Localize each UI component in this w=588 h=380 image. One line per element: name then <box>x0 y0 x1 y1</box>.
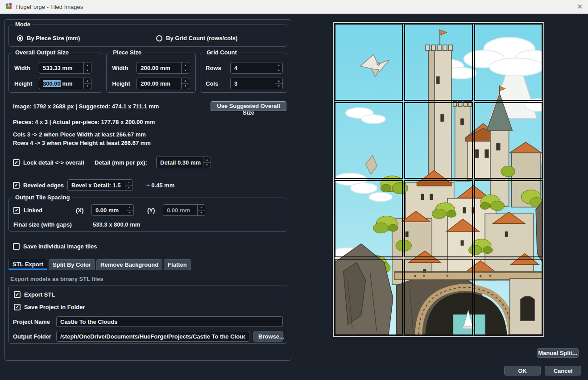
lock-detail-row: Lock detail <-> overall Detail (mm per p… <box>13 157 287 168</box>
lock-detail-checkbox[interactable]: Lock detail <-> overall <box>13 159 95 166</box>
overall-height-spinbox[interactable]: 800.00 mm ▲ ▼ <box>39 78 91 89</box>
image-preview <box>334 23 543 336</box>
ok-button[interactable]: OK <box>504 366 541 376</box>
tile-cell[interactable] <box>474 102 542 179</box>
overall-width-row: Width 533.33 mm ▲ ▼ <box>13 62 98 74</box>
grid-cols-spinbox[interactable]: 3 ▲ ▼ <box>230 78 283 89</box>
tile-cell[interactable] <box>335 259 403 336</box>
tab-remove-background[interactable]: Remove Background <box>96 259 162 270</box>
manual-split-button[interactable]: Manual Split... <box>537 348 579 358</box>
tile-cell[interactable] <box>404 180 472 257</box>
tab-split-by-color[interactable]: Split By Color <box>49 259 95 270</box>
radio-by-grid-count[interactable]: By Grid Count (rows/cols) <box>156 35 237 41</box>
checkbox-checked-icon <box>13 159 20 166</box>
tile-cell[interactable] <box>474 24 542 101</box>
tile-cell[interactable] <box>474 180 542 257</box>
piece-height-spinbox[interactable]: 200.00 mm ▲ ▼ <box>137 78 189 89</box>
piece-width-spinbox[interactable]: 200.00 mm ▲ ▼ <box>137 62 189 74</box>
overall-height-label: Height <box>13 80 35 87</box>
cancel-button[interactable]: Cancel <box>545 366 581 376</box>
spacing-group-title: Output Tile Spacing <box>13 194 72 201</box>
export-stl-checkbox[interactable]: Export STL <box>14 291 283 298</box>
spacing-y-spinbox[interactable]: 0.00 mm ▲ ▼ <box>163 204 205 216</box>
spin-up-icon[interactable]: ▲ <box>125 180 133 186</box>
use-suggested-size-button[interactable]: Use Suggested Overall Size <box>211 101 286 111</box>
spin-down-icon[interactable]: ▼ <box>182 84 189 89</box>
spin-up-icon[interactable]: ▲ <box>198 205 205 211</box>
spacing-x-spinbox[interactable]: 0.00 mm ▲ ▼ <box>91 204 134 216</box>
spin-up-icon[interactable]: ▲ <box>182 78 189 84</box>
spin-up-icon[interactable]: ▲ <box>126 205 133 211</box>
output-folder-input[interactable] <box>56 331 249 342</box>
radio-by-piece-size[interactable]: By Piece Size (mm) <box>17 35 80 41</box>
save-tiles-checkbox[interactable]: Save individual image tiles <box>13 243 287 250</box>
grid-group-title: Grid Count <box>204 49 239 56</box>
spin-down-icon[interactable]: ▼ <box>126 211 133 216</box>
grid-cols-label: Cols <box>204 80 227 87</box>
output-folder-label: Output Folder <box>13 333 52 340</box>
spin-buttons: ▲ ▼ <box>83 78 91 89</box>
bevel-spinbox[interactable]: Bevel x Detail: 1.5 ▲ ▼ <box>67 179 133 191</box>
checkbox-unchecked-icon <box>13 243 20 250</box>
grid-cols-value: 3 <box>231 78 275 89</box>
tab-flatten[interactable]: Flatten <box>164 259 191 270</box>
dialog-window: HugeForge - Tiled Images ✕ Mode By Piece… <box>0 0 588 380</box>
spin-down-icon[interactable]: ▼ <box>182 68 189 74</box>
checkbox-checked-icon <box>14 304 21 310</box>
project-name-input[interactable] <box>56 316 283 327</box>
spin-down-icon[interactable]: ▼ <box>125 186 133 191</box>
browse-button[interactable]: Browse... <box>253 331 283 342</box>
linked-checkbox[interactable]: Linked <box>13 207 76 214</box>
grid-count-group: Grid Count Rows 4 ▲ ▼ Cols <box>200 53 287 93</box>
spacing-y-label: (Y) <box>147 207 159 214</box>
spin-buttons: ▲ ▼ <box>83 62 91 73</box>
spin-up-icon[interactable]: ▲ <box>182 62 189 68</box>
checkbox-checked-icon <box>14 291 21 298</box>
tile-cell[interactable] <box>404 24 472 101</box>
output-folder-row: Output Folder Browse... <box>13 331 283 342</box>
lock-detail-label: Lock detail <-> overall <box>23 159 84 166</box>
piece-width-value: 200.00 mm <box>137 62 181 73</box>
piece-height-value: 200.00 mm <box>137 78 181 89</box>
grid-rows-spinbox[interactable]: 4 ▲ ▼ <box>230 62 283 74</box>
tile-cell[interactable] <box>474 259 542 336</box>
spin-buttons: ▲ ▼ <box>126 205 133 215</box>
spin-buttons: ▲ ▼ <box>275 62 282 73</box>
height-suffix: mm <box>61 80 73 87</box>
tile-cell[interactable] <box>335 102 403 179</box>
spacing-inputs-row: Linked (X) 0.00 mm ▲ ▼ (Y) 0.00 mm <box>13 204 282 216</box>
tab-stl-export[interactable]: STL Export <box>8 259 47 270</box>
tile-cell[interactable] <box>335 180 403 257</box>
grid-rows-label: Rows <box>204 65 227 71</box>
spin-up-icon[interactable]: ▲ <box>84 62 91 68</box>
overall-width-spinbox[interactable]: 533.33 mm ▲ ▼ <box>39 62 91 74</box>
beveled-edges-checkbox[interactable]: Beveled edges <box>13 182 67 189</box>
tile-cell[interactable] <box>404 102 472 179</box>
detail-spinbox[interactable]: Detail 0.30 mm ▲ ▼ <box>156 157 211 168</box>
spin-down-icon[interactable]: ▼ <box>275 84 282 89</box>
app-icon <box>5 3 12 11</box>
image-suggested-info: Image: 1792 x 2688 px | Suggested: 474.1… <box>13 103 159 110</box>
spin-down-icon[interactable]: ▼ <box>84 84 91 89</box>
detail-mm-per-px-label: Detail (mm per px): <box>95 159 152 166</box>
save-project-checkbox[interactable]: Save Project in Folder <box>14 304 283 310</box>
tab-description: Export models as binary STL files <box>10 276 287 282</box>
tile-cell[interactable] <box>335 24 403 101</box>
spin-up-icon[interactable]: ▲ <box>275 78 282 84</box>
radio-by-piece-label: By Piece Size (mm) <box>27 35 80 41</box>
bevel-value: Bevel x Detail: 1.5 <box>68 180 125 190</box>
spin-up-icon[interactable]: ▲ <box>203 157 211 163</box>
grid-rows-value: 4 <box>231 62 275 73</box>
spin-down-icon[interactable]: ▼ <box>275 68 282 74</box>
tile-cell[interactable] <box>404 259 472 336</box>
spin-down-icon[interactable]: ▼ <box>198 211 205 216</box>
spin-up-icon[interactable]: ▲ <box>275 62 282 68</box>
spin-up-icon[interactable]: ▲ <box>84 78 91 84</box>
close-icon[interactable]: ✕ <box>577 3 583 11</box>
spin-down-icon[interactable]: ▼ <box>203 163 211 168</box>
mode-group: Mode By Piece Size (mm) By Grid Count (r… <box>8 25 287 47</box>
settings-panel: Mode By Piece Size (mm) By Grid Count (r… <box>4 19 291 361</box>
checkbox-checked-icon <box>13 182 20 189</box>
mode-options: By Piece Size (mm) By Grid Count (rows/c… <box>9 25 287 46</box>
spin-down-icon[interactable]: ▼ <box>84 68 91 74</box>
